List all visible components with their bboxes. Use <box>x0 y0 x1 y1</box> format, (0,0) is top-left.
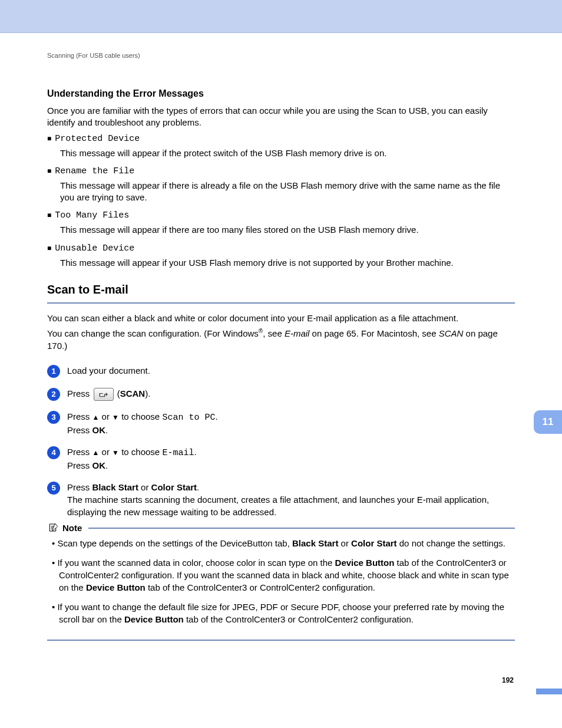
xref-scan[interactable]: SCAN <box>439 328 464 338</box>
text: do not change the settings. <box>397 538 505 548</box>
text: tab of the ControlCenter3 or ControlCent… <box>184 614 414 624</box>
step-body: Press ▲ or ▼ to choose Scan to PC. Press… <box>67 410 515 436</box>
color-start-label: Color Start <box>351 538 397 548</box>
text: You can change the scan configuration. (… <box>47 328 259 338</box>
note-item: If you want to change the default file s… <box>49 601 515 625</box>
black-start-label: Black Start <box>292 538 338 548</box>
top-bar <box>0 0 562 33</box>
down-arrow-icon: ▼ <box>112 413 119 421</box>
text: Press <box>67 425 92 435</box>
steps-list: 1 Load your document. 2 Press (SCAN). 3 … <box>47 364 515 518</box>
device-button-label: Device Button <box>124 614 184 624</box>
device-button-label: Device Button <box>86 582 146 592</box>
step-3: 3 Press ▲ or ▼ to choose Scan to PC. Pre… <box>47 410 515 436</box>
ok-label: OK <box>92 425 106 435</box>
text: to choose <box>119 447 162 457</box>
error-list: ■Protected Device This message will appe… <box>47 134 515 269</box>
bullet-square-icon: ■ <box>47 167 51 175</box>
text: or <box>99 447 112 457</box>
error-code: Protected Device <box>55 134 140 144</box>
text: or <box>338 538 351 548</box>
error-desc: This message will appear if there are to… <box>60 224 515 236</box>
text: ). <box>145 388 150 398</box>
error-item: ■Unusable Device This message will appea… <box>47 243 515 269</box>
text: . <box>215 411 217 421</box>
bullet-square-icon: ■ <box>47 211 51 219</box>
note-item: If you want the scanned data in color, c… <box>49 556 515 594</box>
up-arrow-icon: ▲ <box>92 449 100 457</box>
step-body: Press ▲ or ▼ to choose E-mail. Press OK. <box>67 446 515 472</box>
ok-label: OK <box>92 460 106 470</box>
step-body: Press (SCAN). <box>67 387 515 401</box>
step-body: Press Black Start or Color Start. The ma… <box>67 481 515 518</box>
menu-choice: Scan to PC <box>162 413 215 423</box>
note-label: Note <box>62 523 82 533</box>
step-number-badge: 1 <box>47 365 60 378</box>
note-heading: Note <box>47 522 88 533</box>
text: . <box>105 425 108 435</box>
intro-line-2: You can change the scan configuration. (… <box>47 327 515 353</box>
step-number-badge: 2 <box>47 388 60 401</box>
text: . <box>194 447 196 457</box>
text: If you want the scanned data in color, c… <box>57 558 335 568</box>
error-code: Too Many Files <box>55 210 129 220</box>
text: ( <box>115 388 120 398</box>
error-item: ■Protected Device This message will appe… <box>47 134 515 159</box>
text: Press <box>67 447 92 457</box>
text: . <box>197 482 199 492</box>
scan-to-email-intro: You can scan either a black and white or… <box>47 312 515 353</box>
step-number-badge: 5 <box>47 482 60 495</box>
scan-label: SCAN <box>120 388 146 398</box>
down-arrow-icon: ▼ <box>112 449 119 457</box>
text: . <box>105 460 108 470</box>
error-messages-heading: Understanding the Error Messages <box>47 88 515 99</box>
scan-button-icon <box>94 388 114 401</box>
step-2: 2 Press (SCAN). <box>47 387 515 401</box>
running-head: Scanning (For USB cable users) <box>47 52 515 59</box>
text: tab of the ControlCenter3 or ControlCent… <box>146 582 375 592</box>
step-number-badge: 4 <box>47 446 60 459</box>
text: Press <box>67 460 92 470</box>
text: Scan type depends on the settings of the… <box>57 538 292 548</box>
error-code: Unusable Device <box>55 243 134 253</box>
scan-to-email-heading: Scan to E-mail <box>47 283 515 297</box>
step-number-badge: 3 <box>47 411 60 424</box>
note-block: Note Scan type depends on the settings o… <box>47 528 515 641</box>
page-number: 192 <box>47 676 515 684</box>
step-5: 5 Press Black Start or Color Start. The … <box>47 481 515 518</box>
color-start-label: Color Start <box>151 482 197 492</box>
note-pencil-icon <box>48 522 59 533</box>
error-desc: This message will appear if the protect … <box>60 147 515 159</box>
menu-choice: E-mail <box>162 448 194 458</box>
text: , see <box>263 328 285 338</box>
section-rule <box>47 302 515 304</box>
error-code: Rename the File <box>55 166 134 176</box>
error-messages-intro: Once you are familiar with the types of … <box>47 105 515 129</box>
error-desc: This message will appear if your USB Fla… <box>60 257 515 269</box>
text: or <box>99 411 112 421</box>
text: Press <box>67 482 92 492</box>
black-start-label: Black Start <box>92 482 138 492</box>
text: to choose <box>119 411 162 421</box>
step-body: Load your document. <box>67 364 515 377</box>
note-list: Scan type depends on the settings of the… <box>47 537 515 625</box>
xref-email[interactable]: E-mail <box>285 328 310 338</box>
step-5-detail: The machine starts scanning the document… <box>67 495 489 517</box>
text: Press <box>67 388 92 398</box>
intro-line-1: You can scan either a black and white or… <box>47 312 515 325</box>
step-1: 1 Load your document. <box>47 364 515 378</box>
error-desc: This message will appear if there is alr… <box>60 180 515 204</box>
bullet-square-icon: ■ <box>47 244 51 252</box>
error-item: ■Rename the File This message will appea… <box>47 166 515 204</box>
up-arrow-icon: ▲ <box>92 413 100 421</box>
text: on page 65. For Macintosh, see <box>309 328 438 338</box>
note-item: Scan type depends on the settings of the… <box>49 537 515 549</box>
step-4: 4 Press ▲ or ▼ to choose E-mail. Press O… <box>47 446 515 472</box>
device-button-label: Device Button <box>335 558 395 568</box>
text: or <box>138 482 151 492</box>
text: Press <box>67 411 92 421</box>
error-item: ■Too Many Files This message will appear… <box>47 210 515 236</box>
bullet-square-icon: ■ <box>47 134 51 143</box>
